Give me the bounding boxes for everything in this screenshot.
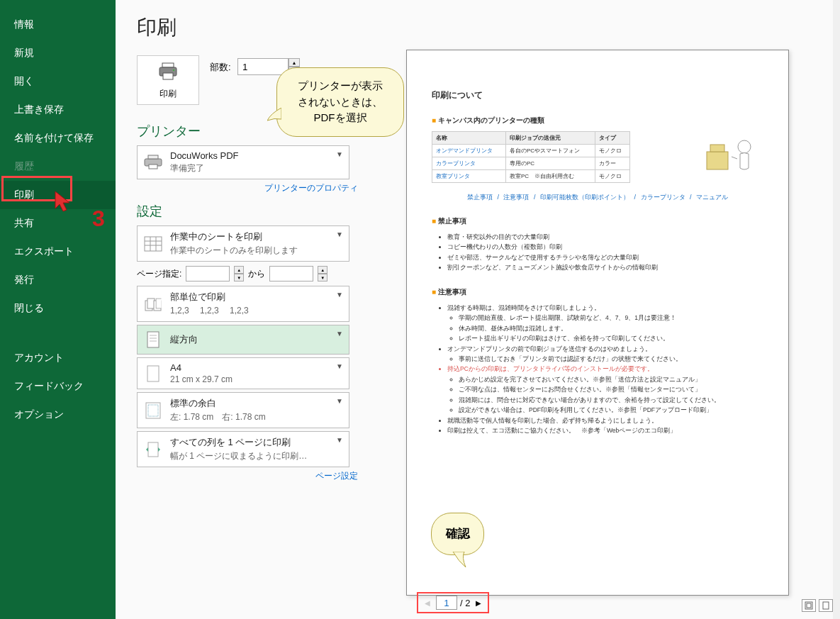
printer-icon <box>140 62 196 87</box>
printer-dropdown[interactable]: DocuWorks PDF 準備完了 ▼ <box>137 145 349 179</box>
copies-input[interactable] <box>237 58 289 75</box>
scope-sub: 作業中のシートのみを印刷します <box>170 245 343 257</box>
sidebar-item-history: 履歴 <box>0 152 116 181</box>
scaling-title: すべての列を 1 ページに印刷 <box>170 436 343 449</box>
current-page-input[interactable] <box>436 596 457 610</box>
paper-sub: 21 cm x 29.7 cm <box>170 374 343 384</box>
printer-illustration-icon <box>703 134 760 177</box>
svg-line-27 <box>732 157 737 159</box>
printer-name: DocuWorks PDF <box>170 150 343 161</box>
printer-device-icon <box>143 152 163 172</box>
page-to-input[interactable] <box>269 266 313 281</box>
page-to-up[interactable]: ▲ <box>318 266 327 274</box>
show-margins-button[interactable] <box>802 599 816 612</box>
vertical-scrollbar[interactable] <box>833 0 840 619</box>
svg-rect-29 <box>807 603 811 608</box>
page-from-up[interactable]: ▲ <box>234 266 244 274</box>
scaling-sub: 幅が 1 ページに収まるように印刷… <box>170 450 343 462</box>
orientation-title: 縦方向 <box>170 333 343 346</box>
sidebar-item-account[interactable]: アカウント <box>0 344 116 372</box>
sidebar-item-open[interactable]: 開く <box>0 67 116 96</box>
page-from-input[interactable] <box>186 266 230 281</box>
callout-confirm: 確認 <box>431 513 484 555</box>
collate-sub: 1,2,3 1,2,3 1,2,3 <box>170 305 343 317</box>
zoom-controls <box>802 599 833 612</box>
scope-title: 作業中のシートを印刷 <box>170 230 343 243</box>
svg-rect-30 <box>823 602 829 609</box>
sidebar-item-save[interactable]: 上書き保存 <box>0 96 116 124</box>
copies-up-button[interactable]: ▲ <box>289 58 300 67</box>
settings-heading: 設定 <box>137 203 364 220</box>
svg-rect-0 <box>162 63 174 67</box>
svg-rect-15 <box>156 299 162 308</box>
preview-list-note: 混雑する時期は、混雑時間をさけて印刷しましょう。 学期の開始直後、レポート提出期… <box>447 303 763 436</box>
backstage-sidebar: 情報 新規 開く 上書き保存 名前を付けて保存 履歴 印刷 共有 エクスポート … <box>0 0 116 619</box>
sidebar-item-export[interactable]: エクスポート <box>0 238 116 266</box>
page-to-down[interactable]: ▼ <box>318 274 327 281</box>
sheets-icon <box>143 234 163 254</box>
svg-point-3 <box>173 69 174 71</box>
chevron-down-icon: ▼ <box>336 150 343 158</box>
preview-sec2: 禁止事項 <box>432 216 763 226</box>
sidebar-item-new[interactable]: 新規 <box>0 39 116 67</box>
preview-list-forbidden: 教育・研究以外の目的での大量印刷 コピー機代わりの人数分（複数部）印刷 ゼミや部… <box>447 232 763 273</box>
chevron-down-icon: ▼ <box>336 291 343 299</box>
preview-table: 名称印刷ジョブの送信元タイプ オンデマンドプリンタ各自のPCやスマートフォンモノ… <box>432 131 630 183</box>
preview-title: 印刷について <box>432 89 763 101</box>
sidebar-item-saveas[interactable]: 名前を付けて保存 <box>0 124 116 152</box>
sidebar-item-close[interactable]: 閉じる <box>0 294 116 323</box>
paper-title: A4 <box>170 362 343 373</box>
sidebar-item-info[interactable]: 情報 <box>0 11 116 39</box>
collate-dropdown[interactable]: 部単位で印刷 1,2,3 1,2,3 1,2,3 ▼ <box>137 286 349 322</box>
sidebar-item-feedback[interactable]: フィードバック <box>0 372 116 401</box>
margins-title: 標準の余白 <box>170 397 343 410</box>
page-range-label: ページ指定: <box>137 268 181 280</box>
printer-properties-link[interactable]: プリンターのプロパティ <box>137 182 358 194</box>
fit-width-icon <box>143 440 163 459</box>
chevron-down-icon: ▼ <box>336 436 343 444</box>
page-icon <box>143 364 163 384</box>
svg-rect-5 <box>148 155 158 159</box>
margins-sub: 左: 1.78 cm 右: 1.78 cm <box>170 411 343 423</box>
print-scope-dropdown[interactable]: 作業中のシートを印刷 作業中のシートのみを印刷します ▼ <box>137 225 349 262</box>
scaling-dropdown[interactable]: すべての列を 1 ページに印刷 幅が 1 ページに収まるように印刷… ▼ <box>137 431 349 467</box>
svg-rect-7 <box>145 237 162 251</box>
page-to-label: から <box>248 268 265 280</box>
svg-rect-6 <box>149 164 157 169</box>
print-button[interactable]: 印刷 <box>137 55 199 105</box>
sidebar-item-print[interactable]: 印刷 <box>0 181 116 209</box>
page-setup-link[interactable]: ページ設定 <box>137 470 358 482</box>
sidebar-item-publish[interactable]: 発行 <box>0 266 116 294</box>
collate-icon <box>143 294 163 314</box>
paper-dropdown[interactable]: A4 21 cm x 29.7 cm ▼ <box>137 357 349 389</box>
svg-point-26 <box>738 140 751 153</box>
chevron-down-icon: ▼ <box>336 230 343 238</box>
margins-dropdown[interactable]: 標準の余白 左: 1.78 cm 右: 1.78 cm ▼ <box>137 392 349 428</box>
chevron-down-icon: ▼ <box>336 362 343 370</box>
callout-printer-pdf: プリンターが表示 されないときは、 PDFを選択 <box>276 67 404 137</box>
print-button-label: 印刷 <box>159 89 177 99</box>
svg-rect-25 <box>710 145 724 152</box>
page-navigation: ◀ / 2 ▶ <box>417 592 489 613</box>
next-page-button[interactable]: ▶ <box>473 597 484 608</box>
preview-nav-links: 禁止事項 / 注意事項 / 印刷可能枚数（印刷ポイント） / カラープリンタ /… <box>432 193 763 202</box>
printer-status: 準備完了 <box>170 162 343 174</box>
margins-icon <box>143 401 163 420</box>
svg-rect-16 <box>147 332 159 347</box>
chevron-down-icon: ▼ <box>336 397 343 405</box>
portrait-icon <box>143 330 163 350</box>
svg-rect-23 <box>148 442 158 457</box>
orientation-dropdown[interactable]: 縦方向 ▼ <box>137 325 349 355</box>
svg-rect-20 <box>147 366 159 381</box>
copies-label: 部数: <box>210 62 231 72</box>
page-from-down[interactable]: ▼ <box>234 274 244 281</box>
annotation-highlight-pagenav: ◀ / 2 ▶ <box>417 592 489 613</box>
annotation-step-number: 3 <box>92 206 105 232</box>
sidebar-item-options[interactable]: オプション <box>0 401 116 429</box>
zoom-to-page-button[interactable] <box>819 599 833 612</box>
svg-rect-2 <box>163 73 173 79</box>
page-title: 印刷 <box>137 14 364 41</box>
collate-title: 部単位で印刷 <box>170 291 343 303</box>
chevron-down-icon: ▼ <box>336 330 343 338</box>
svg-rect-24 <box>707 152 728 169</box>
